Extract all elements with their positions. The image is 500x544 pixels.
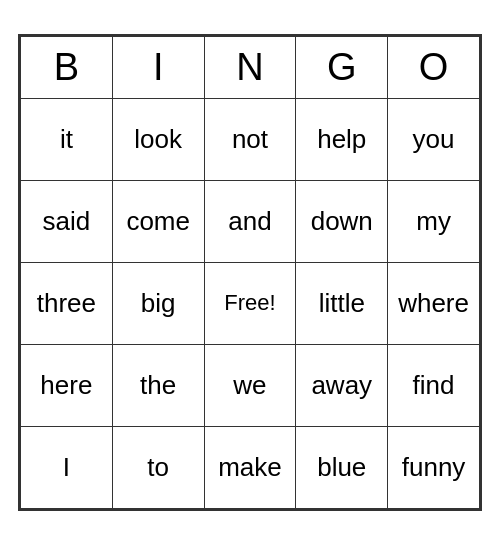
table-cell: three bbox=[21, 262, 113, 344]
table-cell: where bbox=[388, 262, 480, 344]
table-cell: said bbox=[21, 180, 113, 262]
table-row: itlooknothelpyou bbox=[21, 98, 480, 180]
table-cell: we bbox=[204, 344, 296, 426]
table-cell: funny bbox=[388, 426, 480, 508]
col-g: G bbox=[296, 36, 388, 98]
table-cell: I bbox=[21, 426, 113, 508]
table-cell: Free! bbox=[204, 262, 296, 344]
table-cell: you bbox=[388, 98, 480, 180]
table-cell: my bbox=[388, 180, 480, 262]
bingo-card: B I N G O itlooknothelpyousaidcomeanddow… bbox=[18, 34, 482, 511]
table-cell: big bbox=[112, 262, 204, 344]
table-cell: the bbox=[112, 344, 204, 426]
col-n: N bbox=[204, 36, 296, 98]
header-row: B I N G O bbox=[21, 36, 480, 98]
table-row: saidcomeanddownmy bbox=[21, 180, 480, 262]
table-cell: here bbox=[21, 344, 113, 426]
table-cell: come bbox=[112, 180, 204, 262]
table-cell: to bbox=[112, 426, 204, 508]
bingo-body: itlooknothelpyousaidcomeanddownmythreebi… bbox=[21, 98, 480, 508]
table-cell: blue bbox=[296, 426, 388, 508]
table-cell: and bbox=[204, 180, 296, 262]
table-cell: it bbox=[21, 98, 113, 180]
table-cell: away bbox=[296, 344, 388, 426]
col-o: O bbox=[388, 36, 480, 98]
table-cell: down bbox=[296, 180, 388, 262]
table-cell: make bbox=[204, 426, 296, 508]
table-cell: find bbox=[388, 344, 480, 426]
table-row: threebigFree!littlewhere bbox=[21, 262, 480, 344]
table-cell: little bbox=[296, 262, 388, 344]
table-cell: not bbox=[204, 98, 296, 180]
table-row: Itomakebluefunny bbox=[21, 426, 480, 508]
bingo-table: B I N G O itlooknothelpyousaidcomeanddow… bbox=[20, 36, 480, 509]
table-row: heretheweawayfind bbox=[21, 344, 480, 426]
col-b: B bbox=[21, 36, 113, 98]
col-i: I bbox=[112, 36, 204, 98]
table-cell: help bbox=[296, 98, 388, 180]
table-cell: look bbox=[112, 98, 204, 180]
